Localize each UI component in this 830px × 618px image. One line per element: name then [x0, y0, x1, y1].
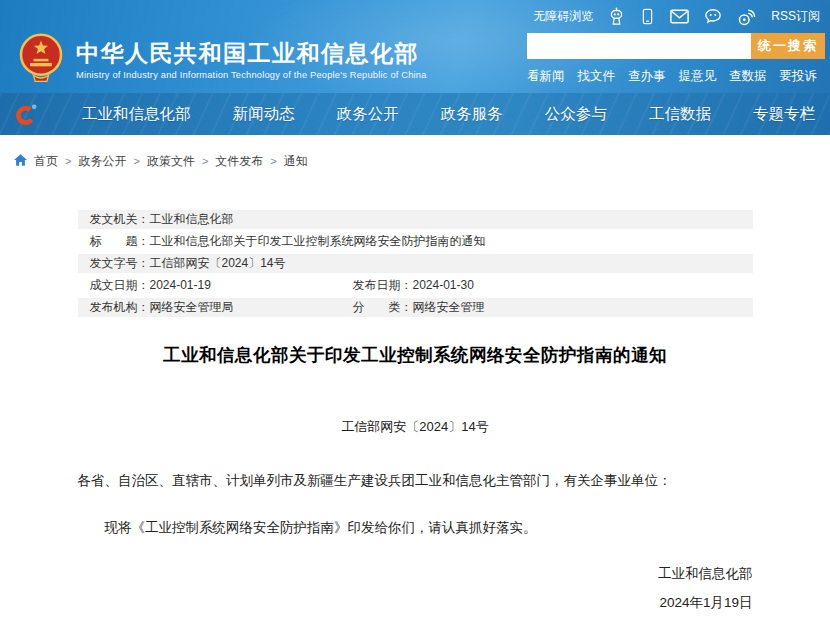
- nav-item-gov-open[interactable]: 政务公开: [337, 104, 399, 125]
- meta-value: 网络安全管理: [413, 300, 485, 314]
- meta-value: 2024-01-19: [150, 278, 211, 292]
- meta-row-publisher-category: 发布机构：网络安全管理局 分 类：网络安全管理: [78, 298, 753, 317]
- meta-row-doc-number: 发文字号：工信部网安〔2024〕14号: [78, 254, 753, 273]
- signature-org: 工业和信息化部: [78, 565, 753, 583]
- site-title[interactable]: 中华人民共和国工业和信息化部: [76, 40, 427, 66]
- mascot-icon[interactable]: [608, 7, 625, 26]
- accessibility-link[interactable]: 无障碍浏览: [533, 8, 593, 25]
- breadcrumb-item-policy-files[interactable]: 政策文件: [147, 153, 195, 170]
- topbar: 无障碍浏览: [0, 0, 830, 27]
- national-emblem-icon: [16, 30, 66, 90]
- doc-paragraph-salutation: 各省、自治区、直辖市、计划单列市及新疆生产建设兵团工业和信息化主管部门，有关企事…: [78, 472, 753, 491]
- nav-item-gov-service[interactable]: 政务服务: [441, 104, 503, 125]
- breadcrumb-item-notice[interactable]: 通知: [284, 153, 308, 170]
- brand-text: 中华人民共和国工业和信息化部 Ministry of Industry and …: [76, 40, 427, 79]
- quick-link-suggestions[interactable]: 提意见: [679, 68, 717, 85]
- quick-link-news[interactable]: 看新闻: [527, 68, 565, 85]
- meta-label: 发布日期：: [353, 278, 413, 292]
- nav-item-special-topics[interactable]: 专题专栏: [753, 104, 815, 125]
- meta-label: 发文机关：: [90, 212, 150, 226]
- breadcrumb-separator: >: [133, 155, 139, 167]
- home-icon[interactable]: [14, 154, 27, 169]
- meta-label: 发布机构：: [90, 300, 150, 314]
- quick-link-data[interactable]: 查数据: [729, 68, 767, 85]
- document-content: 发文机关：工业和信息化部 标 题：工业和信息化部关于印发工业控制系统网络安全防护…: [78, 210, 753, 612]
- meta-value: 工业和信息化部关于印发工业控制系统网络安全防护指南的通知: [150, 234, 486, 248]
- site-subtitle: Ministry of Industry and Information Tec…: [76, 70, 427, 80]
- mail-icon[interactable]: [670, 9, 689, 24]
- doc-title: 工业和信息化部关于印发工业控制系统网络安全防护指南的通知: [78, 343, 753, 367]
- rss-link[interactable]: RSS订阅: [771, 8, 820, 25]
- breadcrumb-item-file-release[interactable]: 文件发布: [215, 153, 263, 170]
- main-nav: 工业和信息化部 新闻动态 政务公开 政务服务 公众参与 工信数据 专题专栏: [0, 93, 830, 135]
- meta-table: 发文机关：工业和信息化部 标 题：工业和信息化部关于印发工业控制系统网络安全防护…: [78, 210, 753, 317]
- breadcrumb-home[interactable]: 首页: [34, 153, 58, 170]
- meta-value: 网络安全管理局: [150, 300, 234, 314]
- weibo-icon[interactable]: [737, 8, 756, 26]
- meta-row-dates: 成文日期：2024-01-19 发布日期：2024-01-30: [78, 276, 753, 295]
- page: 无障碍浏览: [0, 0, 830, 612]
- search-input[interactable]: [527, 33, 751, 59]
- meta-label: 分 类：: [353, 300, 413, 314]
- doc-number: 工信部网安〔2024〕14号: [78, 418, 753, 436]
- meta-value: 工业和信息化部: [150, 212, 234, 226]
- search-area: 统一搜索 看新闻 找文件 查办事 提意见 查数据 要投诉: [527, 33, 825, 85]
- quick-link-files[interactable]: 找文件: [578, 68, 616, 85]
- breadcrumb: 首页 > 政务公开 > 政策文件 > 文件发布 > 通知: [14, 153, 830, 169]
- meta-row-title: 标 题：工业和信息化部关于印发工业控制系统网络安全防护指南的通知: [78, 232, 753, 251]
- meta-label: 标 题：: [90, 234, 150, 248]
- header-main: 中华人民共和国工业和信息化部 Ministry of Industry and …: [0, 27, 830, 93]
- nav-item-miit-data[interactable]: 工信数据: [649, 104, 711, 125]
- meta-label: 发文字号：: [90, 256, 150, 270]
- breadcrumb-separator: >: [202, 155, 208, 167]
- meta-label: 成文日期：: [90, 278, 150, 292]
- nav-item-news[interactable]: 新闻动态: [233, 104, 295, 125]
- brand: 中华人民共和国工业和信息化部 Ministry of Industry and …: [16, 30, 427, 90]
- breadcrumb-separator: >: [65, 155, 71, 167]
- meta-value: 工信部网安〔2024〕14号: [150, 256, 286, 270]
- miit-e-logo-icon[interactable]: [13, 101, 40, 128]
- quick-links: 看新闻 找文件 查办事 提意见 查数据 要投诉: [527, 68, 825, 85]
- nav-item-public-participation[interactable]: 公众参与: [545, 104, 607, 125]
- wechat-icon[interactable]: [704, 8, 722, 25]
- breadcrumb-item-gov-open[interactable]: 政务公开: [78, 153, 126, 170]
- search-row: 统一搜索: [527, 33, 825, 59]
- signature-block: 工业和信息化部 2024年1月19日: [78, 565, 753, 612]
- nav-item-ministry-home[interactable]: 工业和信息化部: [82, 104, 191, 125]
- quick-link-affairs[interactable]: 查办事: [628, 68, 666, 85]
- quick-link-complaints[interactable]: 要投诉: [780, 68, 818, 85]
- breadcrumb-separator: >: [270, 155, 276, 167]
- meta-row-issuing-authority: 发文机关：工业和信息化部: [78, 210, 753, 229]
- signature-date: 2024年1月19日: [78, 594, 753, 612]
- meta-value: 2024-01-30: [413, 278, 474, 292]
- doc-paragraph-body: 现将《工业控制系统网络安全防护指南》印发给你们，请认真抓好落实。: [78, 519, 753, 538]
- mobile-icon[interactable]: [640, 7, 655, 26]
- search-button[interactable]: 统一搜索: [751, 33, 825, 59]
- site-header: 无障碍浏览: [0, 0, 830, 135]
